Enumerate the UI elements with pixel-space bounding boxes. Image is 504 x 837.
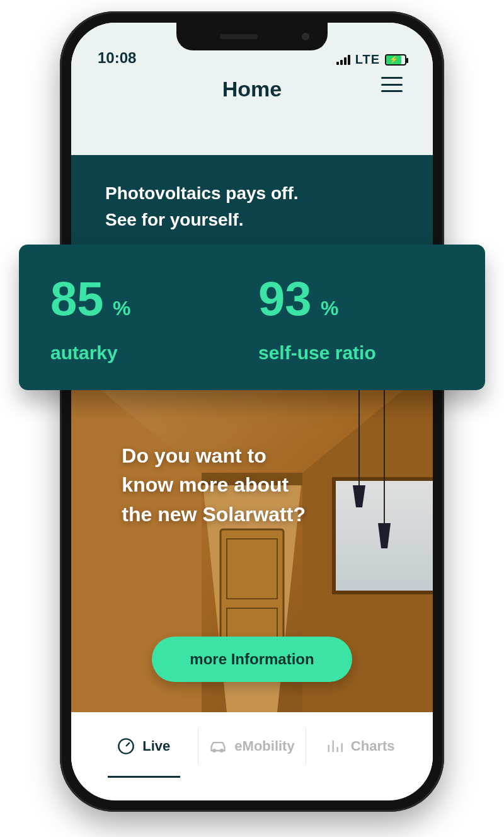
intro-line-1: Photovoltaics pays off. bbox=[105, 180, 399, 207]
intro-line-2: See for yourself. bbox=[105, 207, 399, 233]
bottom-tabs: Live eMobility Charts bbox=[71, 712, 433, 780]
hero-headline-line2: know more about bbox=[122, 470, 382, 499]
stat-selfuse: 93 % self-use ratio bbox=[258, 271, 454, 364]
stat-autarky-label: autarky bbox=[50, 342, 246, 364]
tab-emobility-label: eMobility bbox=[234, 738, 294, 754]
phone-notch bbox=[176, 23, 328, 50]
battery-icon bbox=[385, 54, 406, 66]
app-header: Home bbox=[71, 73, 433, 155]
hero-headline-line3: the new Solarwatt? bbox=[122, 500, 382, 529]
signal-icon bbox=[336, 55, 350, 65]
hero-section: Do you want to know more about the new S… bbox=[71, 359, 433, 712]
phone-screen: 10:08 LTE Home Photovoltaics pays off. S… bbox=[71, 23, 433, 800]
stat-selfuse-label: self-use ratio bbox=[258, 342, 454, 364]
hero-headline: Do you want to know more about the new S… bbox=[122, 441, 382, 529]
tab-charts[interactable]: Charts bbox=[306, 727, 414, 765]
stat-selfuse-unit: % bbox=[321, 297, 338, 320]
svg-line-16 bbox=[126, 742, 130, 746]
tab-live-label: Live bbox=[142, 738, 170, 754]
tab-emobility[interactable]: eMobility bbox=[198, 727, 306, 765]
gauge-icon bbox=[117, 737, 135, 755]
tab-live[interactable]: Live bbox=[90, 727, 198, 765]
stat-selfuse-value: 93 bbox=[258, 271, 312, 326]
tab-charts-label: Charts bbox=[351, 738, 395, 754]
barchart-icon bbox=[326, 737, 343, 755]
car-icon bbox=[209, 737, 227, 755]
page-title: Home bbox=[222, 77, 282, 101]
menu-icon[interactable] bbox=[381, 77, 403, 92]
stat-autarky: 85 % autarky bbox=[50, 271, 246, 364]
network-type: LTE bbox=[355, 52, 380, 67]
stats-card: 85 % autarky 93 % self-use ratio bbox=[19, 245, 485, 390]
stat-autarky-unit: % bbox=[113, 297, 130, 320]
hero-headline-line1: Do you want to bbox=[122, 441, 382, 470]
status-right: LTE bbox=[336, 52, 406, 67]
phone-frame: 10:08 LTE Home Photovoltaics pays off. S… bbox=[60, 11, 444, 812]
stat-autarky-value: 85 bbox=[50, 271, 104, 326]
status-time: 10:08 bbox=[98, 49, 136, 67]
more-information-button[interactable]: more Information bbox=[152, 637, 352, 682]
